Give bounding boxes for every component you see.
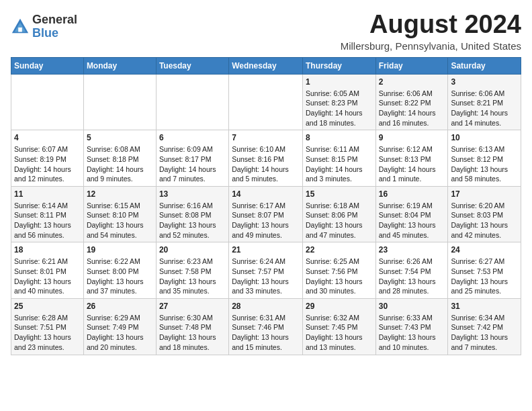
cell-content-line: Daylight: 14 hours bbox=[14, 165, 81, 175]
day-number: 11 bbox=[14, 189, 81, 200]
calendar-cell: 7Sunrise: 6:10 AMSunset: 8:16 PMDaylight… bbox=[229, 130, 303, 187]
calendar-cell: 12Sunrise: 6:15 AMSunset: 8:10 PMDayligh… bbox=[83, 186, 156, 242]
cell-content-line: and 47 minutes. bbox=[306, 230, 373, 240]
cell-content-line: Daylight: 13 hours bbox=[451, 332, 518, 342]
cell-content-line: Sunrise: 6:08 AM bbox=[87, 144, 153, 154]
cell-content-line: and 45 minutes. bbox=[379, 230, 445, 240]
calendar-cell: 4Sunrise: 6:07 AMSunset: 8:19 PMDaylight… bbox=[11, 130, 84, 187]
calendar-cell: 1Sunrise: 6:05 AMSunset: 8:23 PMDaylight… bbox=[302, 74, 375, 130]
cell-content-line: Sunrise: 6:07 AM bbox=[14, 144, 81, 154]
cell-content-line: Sunset: 7:45 PM bbox=[306, 322, 373, 332]
cell-content-line: Sunrise: 6:33 AM bbox=[379, 313, 445, 323]
svg-rect-2 bbox=[18, 28, 22, 32]
cell-content-line: Daylight: 13 hours bbox=[14, 332, 81, 342]
calendar-cell: 19Sunrise: 6:22 AMSunset: 8:00 PMDayligh… bbox=[83, 242, 156, 299]
calendar-cell: 25Sunrise: 6:28 AMSunset: 7:51 PMDayligh… bbox=[11, 298, 84, 355]
cell-content-line: and 58 minutes. bbox=[451, 174, 518, 184]
cell-content-line: Sunrise: 6:23 AM bbox=[159, 257, 226, 267]
title-block: August 2024 Millersburg, Pennsylvania, U… bbox=[341, 11, 521, 52]
cell-content-line: Sunrise: 6:16 AM bbox=[159, 201, 226, 211]
calendar-cell: 3Sunrise: 6:06 AMSunset: 8:21 PMDaylight… bbox=[448, 74, 521, 130]
cell-content-line: Daylight: 14 hours bbox=[379, 165, 445, 175]
day-number: 3 bbox=[451, 77, 518, 88]
cell-content-line: Sunset: 7:43 PM bbox=[379, 322, 445, 332]
col-monday: Monday bbox=[83, 57, 156, 74]
cell-content-line: Sunset: 7:56 PM bbox=[306, 267, 373, 277]
logo: General Blue bbox=[11, 13, 77, 40]
cell-content-line: Daylight: 13 hours bbox=[159, 332, 226, 342]
cell-content-line: Daylight: 13 hours bbox=[451, 277, 518, 287]
cell-content-line: Daylight: 13 hours bbox=[232, 332, 300, 342]
cell-content-line: Sunset: 8:00 PM bbox=[87, 267, 153, 277]
cell-content-line: Daylight: 13 hours bbox=[159, 220, 226, 230]
cell-content-line: Sunrise: 6:15 AM bbox=[87, 201, 153, 211]
cell-content-line: Daylight: 13 hours bbox=[379, 332, 445, 342]
cell-content-line: Daylight: 13 hours bbox=[451, 165, 518, 175]
calendar-cell: 8Sunrise: 6:11 AMSunset: 8:15 PMDaylight… bbox=[302, 130, 375, 187]
calendar-cell bbox=[229, 74, 303, 130]
col-friday: Friday bbox=[375, 57, 448, 74]
cell-content-line: Sunrise: 6:32 AM bbox=[306, 313, 373, 323]
calendar-cell: 2Sunrise: 6:06 AMSunset: 8:22 PMDaylight… bbox=[375, 74, 448, 130]
day-number: 27 bbox=[159, 301, 226, 312]
cell-content-line: Daylight: 14 hours bbox=[232, 165, 300, 175]
cell-content-line: Sunrise: 6:27 AM bbox=[451, 257, 518, 267]
week-row-5: 25Sunrise: 6:28 AMSunset: 7:51 PMDayligh… bbox=[11, 298, 521, 355]
day-number: 21 bbox=[232, 244, 300, 256]
day-number: 17 bbox=[451, 189, 518, 200]
cell-content-line: Sunrise: 6:06 AM bbox=[379, 89, 445, 99]
calendar-cell bbox=[83, 74, 156, 130]
cell-content-line: Sunrise: 6:22 AM bbox=[87, 257, 153, 267]
col-thursday: Thursday bbox=[302, 57, 375, 74]
cell-content-line: Daylight: 13 hours bbox=[159, 277, 226, 287]
calendar-cell: 6Sunrise: 6:09 AMSunset: 8:17 PMDaylight… bbox=[156, 130, 228, 187]
cell-content-line: and 49 minutes. bbox=[232, 230, 300, 240]
day-number: 26 bbox=[87, 301, 153, 312]
day-number: 25 bbox=[14, 301, 81, 312]
cell-content-line: Sunrise: 6:09 AM bbox=[159, 144, 226, 154]
cell-content-line: Sunset: 8:17 PM bbox=[159, 154, 226, 165]
cell-content-line: Sunset: 7:49 PM bbox=[87, 322, 153, 332]
cell-content-line: Sunrise: 6:19 AM bbox=[379, 201, 445, 211]
cell-content-line: Sunset: 8:21 PM bbox=[451, 98, 518, 108]
cell-content-line: and 3 minutes. bbox=[306, 174, 373, 184]
day-number: 4 bbox=[14, 132, 81, 144]
day-number: 1 bbox=[306, 77, 373, 88]
cell-content-line: Sunset: 7:54 PM bbox=[379, 267, 445, 277]
cell-content-line: and 7 minutes. bbox=[451, 342, 518, 353]
cell-content-line: Sunset: 8:22 PM bbox=[379, 98, 445, 108]
month-year: August 2024 bbox=[341, 11, 521, 39]
cell-content-line: and 30 minutes. bbox=[306, 286, 373, 296]
cell-content-line: Sunset: 8:11 PM bbox=[14, 210, 81, 220]
cell-content-line: Sunset: 7:51 PM bbox=[14, 322, 81, 332]
calendar-cell: 16Sunrise: 6:19 AMSunset: 8:04 PMDayligh… bbox=[375, 186, 448, 242]
cell-content-line: Sunrise: 6:28 AM bbox=[14, 313, 81, 323]
cell-content-line: Daylight: 13 hours bbox=[87, 277, 153, 287]
day-number: 31 bbox=[451, 301, 518, 312]
calendar-cell: 13Sunrise: 6:16 AMSunset: 8:08 PMDayligh… bbox=[156, 186, 228, 242]
week-row-2: 4Sunrise: 6:07 AMSunset: 8:19 PMDaylight… bbox=[11, 130, 521, 187]
cell-content-line: Sunset: 7:46 PM bbox=[232, 322, 300, 332]
cell-content-line: Sunset: 8:16 PM bbox=[232, 154, 300, 165]
week-row-1: 1Sunrise: 6:05 AMSunset: 8:23 PMDaylight… bbox=[11, 74, 521, 130]
cell-content-line: Daylight: 13 hours bbox=[306, 220, 373, 230]
cell-content-line: Daylight: 13 hours bbox=[451, 220, 518, 230]
cell-content-line: Daylight: 14 hours bbox=[451, 108, 518, 118]
cell-content-line: Sunrise: 6:06 AM bbox=[451, 89, 518, 99]
col-tuesday: Tuesday bbox=[156, 57, 228, 74]
logo-icon bbox=[11, 17, 30, 36]
day-number: 13 bbox=[159, 189, 226, 200]
cell-content-line: Sunrise: 6:17 AM bbox=[232, 201, 300, 211]
cell-content-line: and 12 minutes. bbox=[14, 174, 81, 184]
cell-content-line: Sunrise: 6:05 AM bbox=[306, 89, 373, 99]
calendar-header: Sunday Monday Tuesday Wednesday Thursday… bbox=[11, 57, 521, 74]
cell-content-line: Daylight: 13 hours bbox=[14, 277, 81, 287]
day-number: 10 bbox=[451, 132, 518, 144]
cell-content-line: and 18 minutes. bbox=[306, 118, 373, 128]
cell-content-line: Sunset: 7:58 PM bbox=[159, 267, 226, 277]
cell-content-line: and 13 minutes. bbox=[306, 342, 373, 353]
calendar-cell: 10Sunrise: 6:13 AMSunset: 8:12 PMDayligh… bbox=[448, 130, 521, 187]
calendar-cell: 5Sunrise: 6:08 AMSunset: 8:18 PMDaylight… bbox=[83, 130, 156, 187]
cell-content-line: and 9 minutes. bbox=[87, 174, 153, 184]
logo-text: General Blue bbox=[32, 13, 77, 40]
